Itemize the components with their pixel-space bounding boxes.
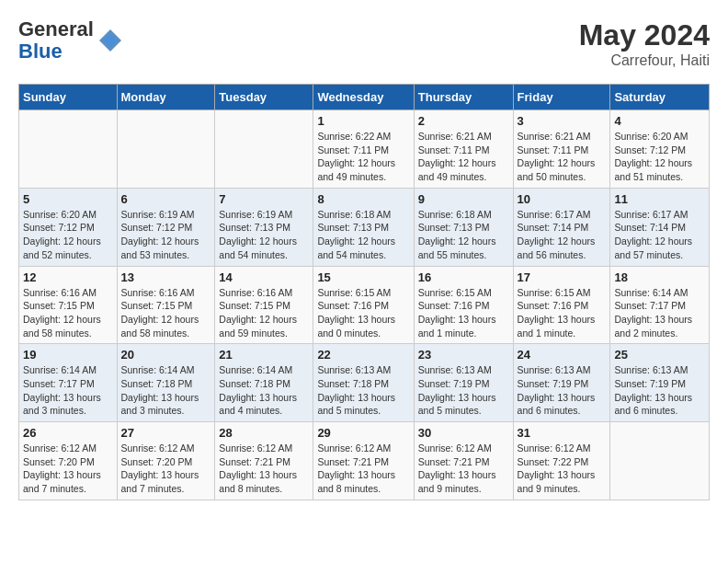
day-info: Sunrise: 6:16 AM Sunset: 7:15 PM Dayligh… [219,286,309,340]
day-number: 14 [219,270,309,284]
weekday-header-thursday: Thursday [414,85,513,110]
day-info: Sunrise: 6:20 AM Sunset: 7:12 PM Dayligh… [23,208,113,262]
calendar-cell: 15Sunrise: 6:15 AM Sunset: 7:16 PM Dayli… [313,266,414,344]
calendar-cell: 22Sunrise: 6:13 AM Sunset: 7:18 PM Dayli… [313,344,414,422]
location-subtitle: Carrefour, Haiti [579,52,710,69]
calendar-cell: 6Sunrise: 6:19 AM Sunset: 7:12 PM Daylig… [117,188,215,266]
day-number: 11 [614,192,705,206]
day-number: 7 [219,192,309,206]
calendar-cell: 7Sunrise: 6:19 AM Sunset: 7:13 PM Daylig… [215,188,313,266]
day-number: 17 [518,270,607,284]
day-number: 16 [418,270,509,284]
logo: General Blue [18,18,123,63]
calendar-cell: 5Sunrise: 6:20 AM Sunset: 7:12 PM Daylig… [19,188,118,266]
calendar-cell: 16Sunrise: 6:15 AM Sunset: 7:16 PM Dayli… [414,266,513,344]
calendar-cell [215,110,313,189]
calendar-week-row: 26Sunrise: 6:12 AM Sunset: 7:20 PM Dayli… [19,422,710,500]
day-info: Sunrise: 6:12 AM Sunset: 7:22 PM Dayligh… [518,442,607,496]
day-number: 20 [121,348,211,362]
day-number: 10 [518,192,607,206]
calendar-cell: 30Sunrise: 6:12 AM Sunset: 7:21 PM Dayli… [414,422,513,500]
month-year-title: May 2024 [579,18,710,52]
day-number: 3 [518,114,607,128]
day-info: Sunrise: 6:17 AM Sunset: 7:14 PM Dayligh… [614,208,705,262]
calendar-cell: 17Sunrise: 6:15 AM Sunset: 7:16 PM Dayli… [513,266,610,344]
day-number: 4 [614,114,705,128]
calendar-cell: 27Sunrise: 6:12 AM Sunset: 7:20 PM Dayli… [117,422,215,500]
calendar-cell [19,110,118,189]
day-info: Sunrise: 6:13 AM Sunset: 7:19 PM Dayligh… [518,363,607,418]
calendar-cell: 12Sunrise: 6:16 AM Sunset: 7:15 PM Dayli… [19,266,118,344]
day-info: Sunrise: 6:22 AM Sunset: 7:11 PM Dayligh… [317,130,409,184]
day-info: Sunrise: 6:13 AM Sunset: 7:18 PM Dayligh… [317,363,409,418]
weekday-header-tuesday: Tuesday [215,85,313,110]
calendar-cell: 28Sunrise: 6:12 AM Sunset: 7:21 PM Dayli… [215,422,313,500]
calendar-cell: 1Sunrise: 6:22 AM Sunset: 7:11 PM Daylig… [313,110,414,189]
day-info: Sunrise: 6:16 AM Sunset: 7:15 PM Dayligh… [121,286,211,340]
day-number: 24 [518,348,607,362]
calendar-cell [610,422,710,500]
day-number: 12 [23,270,113,284]
day-number: 28 [219,426,309,440]
day-number: 13 [121,270,211,284]
weekday-header-sunday: Sunday [19,85,118,110]
day-info: Sunrise: 6:19 AM Sunset: 7:12 PM Dayligh… [121,208,211,262]
day-number: 21 [219,348,309,362]
day-info: Sunrise: 6:15 AM Sunset: 7:16 PM Dayligh… [518,286,607,340]
day-number: 30 [418,426,509,440]
day-number: 31 [518,426,607,440]
calendar-cell: 14Sunrise: 6:16 AM Sunset: 7:15 PM Dayli… [215,266,313,344]
day-number: 6 [121,192,211,206]
calendar-cell [117,110,215,189]
day-info: Sunrise: 6:12 AM Sunset: 7:20 PM Dayligh… [23,442,113,496]
day-number: 19 [23,348,113,362]
calendar-cell: 4Sunrise: 6:20 AM Sunset: 7:12 PM Daylig… [610,110,710,189]
weekday-header-friday: Friday [513,85,610,110]
logo-blue-text: Blue [18,40,94,63]
calendar-cell: 13Sunrise: 6:16 AM Sunset: 7:15 PM Dayli… [117,266,215,344]
logo-icon [97,28,123,53]
day-number: 9 [418,192,509,206]
day-info: Sunrise: 6:12 AM Sunset: 7:21 PM Dayligh… [317,442,409,496]
calendar-cell: 19Sunrise: 6:14 AM Sunset: 7:17 PM Dayli… [19,344,118,422]
calendar-cell: 10Sunrise: 6:17 AM Sunset: 7:14 PM Dayli… [513,188,610,266]
day-info: Sunrise: 6:21 AM Sunset: 7:11 PM Dayligh… [518,130,607,184]
calendar-cell: 11Sunrise: 6:17 AM Sunset: 7:14 PM Dayli… [610,188,710,266]
day-info: Sunrise: 6:13 AM Sunset: 7:19 PM Dayligh… [418,363,509,418]
day-number: 25 [614,348,705,362]
day-info: Sunrise: 6:19 AM Sunset: 7:13 PM Dayligh… [219,208,309,262]
day-info: Sunrise: 6:17 AM Sunset: 7:14 PM Dayligh… [518,208,607,262]
day-info: Sunrise: 6:15 AM Sunset: 7:16 PM Dayligh… [317,286,409,340]
day-number: 26 [23,426,113,440]
day-number: 5 [23,192,113,206]
calendar-cell: 8Sunrise: 6:18 AM Sunset: 7:13 PM Daylig… [313,188,414,266]
calendar-week-row: 19Sunrise: 6:14 AM Sunset: 7:17 PM Dayli… [19,344,710,422]
calendar-cell: 23Sunrise: 6:13 AM Sunset: 7:19 PM Dayli… [414,344,513,422]
day-info: Sunrise: 6:14 AM Sunset: 7:18 PM Dayligh… [219,363,309,418]
day-number: 15 [317,270,409,284]
day-number: 18 [614,270,705,284]
day-info: Sunrise: 6:14 AM Sunset: 7:17 PM Dayligh… [23,363,113,418]
day-info: Sunrise: 6:12 AM Sunset: 7:21 PM Dayligh… [219,442,309,496]
calendar-cell: 26Sunrise: 6:12 AM Sunset: 7:20 PM Dayli… [19,422,118,500]
day-number: 22 [317,348,409,362]
calendar-cell: 18Sunrise: 6:14 AM Sunset: 7:17 PM Dayli… [610,266,710,344]
day-number: 1 [317,114,409,128]
weekday-header-monday: Monday [117,85,215,110]
day-info: Sunrise: 6:18 AM Sunset: 7:13 PM Dayligh… [418,208,509,262]
weekday-header-saturday: Saturday [610,85,710,110]
calendar-week-row: 5Sunrise: 6:20 AM Sunset: 7:12 PM Daylig… [19,188,710,266]
day-info: Sunrise: 6:15 AM Sunset: 7:16 PM Dayligh… [418,286,509,340]
day-number: 27 [121,426,211,440]
calendar-cell: 2Sunrise: 6:21 AM Sunset: 7:11 PM Daylig… [414,110,513,189]
day-info: Sunrise: 6:21 AM Sunset: 7:11 PM Dayligh… [418,130,509,184]
calendar-cell: 3Sunrise: 6:21 AM Sunset: 7:11 PM Daylig… [513,110,610,189]
day-number: 29 [317,426,409,440]
day-info: Sunrise: 6:12 AM Sunset: 7:20 PM Dayligh… [121,442,211,496]
day-info: Sunrise: 6:13 AM Sunset: 7:19 PM Dayligh… [614,363,705,418]
logo-general-text: General [18,18,94,40]
calendar-cell: 24Sunrise: 6:13 AM Sunset: 7:19 PM Dayli… [513,344,610,422]
calendar-cell: 25Sunrise: 6:13 AM Sunset: 7:19 PM Dayli… [610,344,710,422]
title-block: May 2024 Carrefour, Haiti [579,18,710,69]
calendar-cell: 21Sunrise: 6:14 AM Sunset: 7:18 PM Dayli… [215,344,313,422]
